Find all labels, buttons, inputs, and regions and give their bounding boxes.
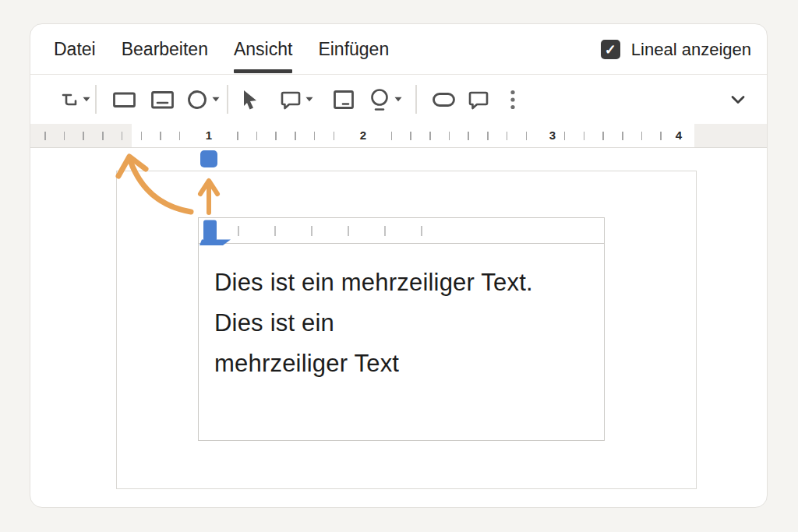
ruler-tick	[122, 132, 123, 140]
textbox-tool-button[interactable]	[150, 88, 175, 111]
toolbar-divider	[415, 85, 417, 114]
checkbox-checked-icon[interactable]: ✓	[601, 40, 620, 59]
ruler-tick	[526, 132, 528, 140]
vertical-dots-icon	[510, 90, 516, 110]
curved-arrow-annotation	[115, 150, 196, 217]
frame-tool-button[interactable]	[332, 88, 355, 111]
mini-ruler-tick	[238, 226, 239, 236]
ruler-tick	[641, 132, 643, 140]
ruler-tick	[237, 132, 238, 140]
connector-tool-button[interactable]	[59, 89, 90, 111]
rectangle-icon	[112, 88, 136, 111]
chevron-down-icon	[305, 97, 313, 102]
ruler-toggle[interactable]: ✓ Lineal anzeigen	[601, 24, 751, 75]
ruler-tick	[295, 132, 296, 140]
ruler-page-area	[132, 124, 694, 147]
indent-marker-textbox[interactable]	[199, 219, 233, 246]
ruler-number: 3	[549, 129, 556, 142]
ruler-tick	[102, 132, 104, 140]
circle-underline-icon	[369, 87, 391, 112]
menu-einfuegen[interactable]: Einfügen	[318, 39, 389, 60]
ruler-number: 4	[676, 129, 682, 142]
ruler-tick	[410, 132, 411, 140]
ruler-tick	[83, 132, 84, 140]
square-dash-icon	[332, 88, 355, 111]
mini-ruler-tick	[384, 226, 386, 236]
textbox-icon	[150, 88, 175, 111]
ruler-tick	[584, 132, 585, 140]
ruler-tick	[564, 132, 566, 140]
cursor-icon	[238, 88, 260, 111]
ruler-tick	[468, 132, 469, 140]
toolbar-divider	[227, 85, 228, 114]
up-arrow-annotation	[197, 175, 221, 216]
pill-icon	[432, 88, 456, 111]
ruler-number: 2	[360, 129, 366, 142]
select-tool-button[interactable]	[238, 88, 260, 111]
ruler-tick	[487, 132, 489, 140]
text-line: mehrzeiliger Text	[214, 344, 604, 384]
app-window: Datei Bearbeiten Ansicht Einfügen ✓ Line…	[30, 23, 768, 508]
ruler-tick	[334, 132, 335, 140]
textbox-mini-ruler	[199, 218, 604, 244]
text-box[interactable]: Dies ist ein mehrzeiliger Text. Dies ist…	[198, 217, 605, 441]
rectangle-tool-button[interactable]	[112, 88, 136, 111]
toolbar-divider	[95, 85, 97, 114]
ruler-tick	[622, 132, 623, 140]
ruler-tick	[449, 132, 450, 140]
ruler-tick	[275, 132, 277, 140]
chevron-down-icon	[394, 97, 402, 102]
canvas-area: Dies ist ein mehrzeiliger Text. Dies ist…	[30, 148, 767, 507]
text-line: Dies ist ein	[214, 303, 604, 344]
ruler-tick	[141, 132, 143, 140]
menu-bearbeiten[interactable]: Bearbeiten	[122, 39, 208, 60]
ruler-tick	[660, 132, 662, 140]
menu-datei[interactable]: Datei	[54, 39, 96, 60]
text-line: Dies ist ein mehrzeiliger Text.	[214, 262, 604, 303]
menu-bar: Datei Bearbeiten Ansicht Einfügen ✓ Line…	[30, 24, 767, 75]
ruler-tick	[391, 132, 393, 140]
circle-text-tool-button[interactable]	[369, 87, 402, 112]
mini-ruler-tick	[274, 226, 276, 236]
ruler-tick	[429, 132, 431, 140]
ruler-tick	[314, 132, 316, 140]
connector-icon	[59, 89, 79, 111]
ruler-tick	[64, 132, 65, 140]
ruler-tick	[44, 132, 46, 140]
ruler[interactable]: 1 2 3 4	[30, 124, 767, 148]
chevron-down-icon	[83, 97, 90, 102]
ruler-toggle-label: Lineal anzeigen	[631, 40, 751, 60]
ellipse-tool-button[interactable]	[185, 88, 220, 111]
ruler-tick	[179, 132, 181, 140]
speech-bubble-icon	[279, 88, 302, 111]
mini-ruler-tick	[421, 226, 422, 236]
speech-bubble-icon	[467, 88, 490, 111]
mini-ruler-tick	[348, 226, 349, 236]
pill-tool-button[interactable]	[432, 88, 456, 111]
mini-ruler-tick	[311, 226, 312, 236]
ruler-tick	[160, 132, 161, 140]
ruler-tick	[256, 132, 258, 140]
chevron-down-icon	[730, 95, 746, 104]
ruler-tick	[602, 132, 604, 140]
callout-tool-button[interactable]	[279, 88, 313, 111]
more-options-button[interactable]	[510, 90, 516, 110]
ruler-tick	[507, 132, 508, 140]
chevron-down-icon	[212, 97, 220, 102]
toolbar	[30, 75, 767, 124]
menu-ansicht[interactable]: Ansicht	[234, 39, 292, 60]
comment-tool-button[interactable]	[467, 88, 490, 111]
ruler-number: 1	[206, 129, 212, 142]
textbox-content[interactable]: Dies ist ein mehrzeiliger Text. Dies ist…	[199, 244, 604, 384]
circle-icon	[185, 88, 209, 111]
indent-marker-ruler[interactable]	[200, 150, 217, 167]
collapse-toolbar-button[interactable]	[730, 95, 746, 104]
